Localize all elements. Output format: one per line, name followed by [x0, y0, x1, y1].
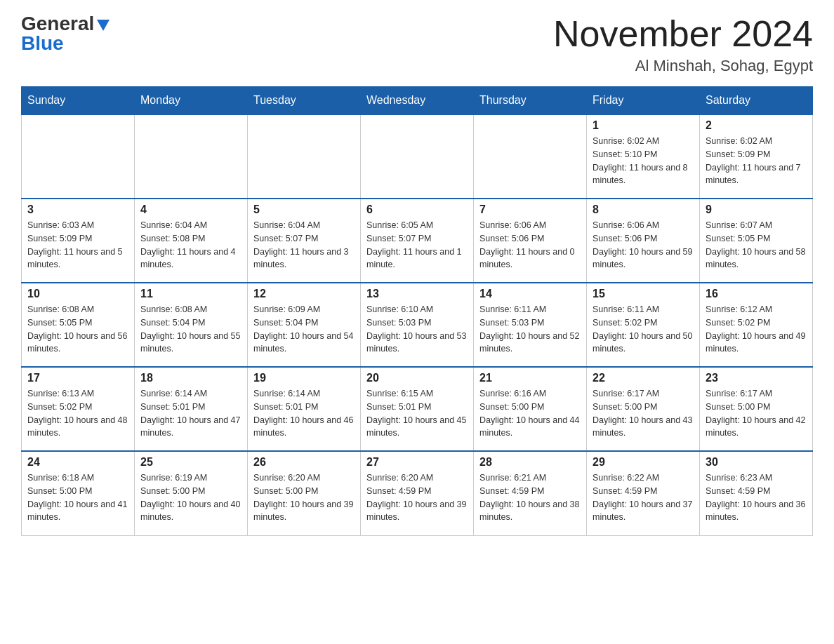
day-info: Sunrise: 6:21 AM Sunset: 4:59 PM Dayligh…: [479, 471, 581, 524]
weekday-header-row: SundayMondayTuesdayWednesdayThursdayFrid…: [22, 87, 813, 115]
day-number: 7: [479, 203, 581, 216]
day-number: 24: [27, 456, 128, 469]
calendar-cell-4-4: 20Sunrise: 6:15 AM Sunset: 5:01 PM Dayli…: [361, 367, 474, 451]
day-info: Sunrise: 6:18 AM Sunset: 5:00 PM Dayligh…: [27, 471, 128, 524]
week-row-5: 24Sunrise: 6:18 AM Sunset: 5:00 PM Dayli…: [22, 451, 813, 535]
day-number: 23: [706, 372, 807, 384]
calendar-cell-3-2: 11Sunrise: 6:08 AM Sunset: 5:04 PM Dayli…: [135, 283, 248, 367]
weekday-header-sunday: Sunday: [22, 87, 135, 115]
calendar-table: SundayMondayTuesdayWednesdayThursdayFrid…: [21, 86, 813, 536]
day-info: Sunrise: 6:07 AM Sunset: 5:05 PM Dayligh…: [706, 219, 807, 271]
calendar-cell-4-6: 22Sunrise: 6:17 AM Sunset: 5:00 PM Dayli…: [587, 367, 700, 451]
svg-marker-0: [97, 20, 110, 31]
day-number: 12: [253, 288, 355, 300]
weekday-header-monday: Monday: [135, 87, 248, 115]
calendar-cell-2-1: 3Sunrise: 6:03 AM Sunset: 5:09 PM Daylig…: [22, 199, 135, 283]
day-info: Sunrise: 6:04 AM Sunset: 5:08 PM Dayligh…: [140, 219, 241, 271]
day-info: Sunrise: 6:02 AM Sunset: 5:10 PM Dayligh…: [593, 135, 694, 187]
day-info: Sunrise: 6:10 AM Sunset: 5:03 PM Dayligh…: [366, 303, 468, 356]
day-info: Sunrise: 6:03 AM Sunset: 5:09 PM Dayligh…: [27, 219, 128, 271]
weekday-header-saturday: Saturday: [700, 87, 813, 115]
day-number: 20: [366, 372, 468, 384]
day-number: 14: [479, 288, 581, 300]
month-year-title: November 2024: [553, 14, 813, 54]
calendar-cell-5-6: 29Sunrise: 6:22 AM Sunset: 4:59 PM Dayli…: [587, 451, 700, 535]
day-info: Sunrise: 6:22 AM Sunset: 4:59 PM Dayligh…: [593, 471, 694, 524]
calendar-cell-2-4: 6Sunrise: 6:05 AM Sunset: 5:07 PM Daylig…: [361, 199, 474, 283]
day-info: Sunrise: 6:02 AM Sunset: 5:09 PM Dayligh…: [706, 135, 807, 187]
calendar-cell-5-3: 26Sunrise: 6:20 AM Sunset: 5:00 PM Dayli…: [248, 451, 361, 535]
day-info: Sunrise: 6:17 AM Sunset: 5:00 PM Dayligh…: [593, 387, 694, 440]
calendar-cell-5-1: 24Sunrise: 6:18 AM Sunset: 5:00 PM Dayli…: [22, 451, 135, 535]
day-number: 2: [706, 119, 807, 132]
calendar-cell-1-5: [474, 114, 587, 199]
calendar-cell-3-5: 14Sunrise: 6:11 AM Sunset: 5:03 PM Dayli…: [474, 283, 587, 367]
day-number: 1: [593, 119, 694, 132]
calendar-cell-1-3: [248, 114, 361, 199]
calendar-cell-3-6: 15Sunrise: 6:11 AM Sunset: 5:02 PM Dayli…: [587, 283, 700, 367]
logo-blue-text: Blue: [21, 34, 64, 53]
day-number: 9: [706, 203, 807, 216]
calendar-cell-4-3: 19Sunrise: 6:14 AM Sunset: 5:01 PM Dayli…: [248, 367, 361, 451]
day-number: 3: [27, 203, 128, 216]
day-info: Sunrise: 6:14 AM Sunset: 5:01 PM Dayligh…: [253, 387, 355, 440]
calendar-cell-2-2: 4Sunrise: 6:04 AM Sunset: 5:08 PM Daylig…: [135, 199, 248, 283]
day-info: Sunrise: 6:19 AM Sunset: 5:00 PM Dayligh…: [140, 471, 241, 524]
day-info: Sunrise: 6:05 AM Sunset: 5:07 PM Dayligh…: [366, 219, 468, 271]
calendar-cell-2-5: 7Sunrise: 6:06 AM Sunset: 5:06 PM Daylig…: [474, 199, 587, 283]
day-number: 18: [140, 372, 241, 384]
day-number: 25: [140, 456, 241, 469]
calendar-cell-5-4: 27Sunrise: 6:20 AM Sunset: 4:59 PM Dayli…: [361, 451, 474, 535]
week-row-1: 1Sunrise: 6:02 AM Sunset: 5:10 PM Daylig…: [22, 114, 813, 199]
calendar-cell-4-7: 23Sunrise: 6:17 AM Sunset: 5:00 PM Dayli…: [700, 367, 813, 451]
week-row-2: 3Sunrise: 6:03 AM Sunset: 5:09 PM Daylig…: [22, 199, 813, 283]
day-info: Sunrise: 6:04 AM Sunset: 5:07 PM Dayligh…: [253, 219, 355, 271]
day-number: 28: [479, 456, 581, 469]
calendar-cell-1-7: 2Sunrise: 6:02 AM Sunset: 5:09 PM Daylig…: [700, 114, 813, 199]
calendar-cell-4-1: 17Sunrise: 6:13 AM Sunset: 5:02 PM Dayli…: [22, 367, 135, 451]
day-info: Sunrise: 6:14 AM Sunset: 5:01 PM Dayligh…: [140, 387, 241, 440]
calendar-cell-5-5: 28Sunrise: 6:21 AM Sunset: 4:59 PM Dayli…: [474, 451, 587, 535]
day-number: 11: [140, 288, 241, 300]
calendar-cell-3-7: 16Sunrise: 6:12 AM Sunset: 5:02 PM Dayli…: [700, 283, 813, 367]
calendar-cell-3-4: 13Sunrise: 6:10 AM Sunset: 5:03 PM Dayli…: [361, 283, 474, 367]
day-info: Sunrise: 6:09 AM Sunset: 5:04 PM Dayligh…: [253, 303, 355, 356]
logo-triangle-icon: [95, 17, 111, 32]
day-number: 21: [479, 372, 581, 384]
day-info: Sunrise: 6:20 AM Sunset: 4:59 PM Dayligh…: [366, 471, 468, 524]
day-number: 10: [27, 288, 128, 300]
weekday-header-thursday: Thursday: [474, 87, 587, 115]
weekday-header-tuesday: Tuesday: [248, 87, 361, 115]
day-number: 27: [366, 456, 468, 469]
day-info: Sunrise: 6:11 AM Sunset: 5:03 PM Dayligh…: [479, 303, 581, 356]
weekday-header-friday: Friday: [587, 87, 700, 115]
calendar-cell-2-7: 9Sunrise: 6:07 AM Sunset: 5:05 PM Daylig…: [700, 199, 813, 283]
weekday-header-wednesday: Wednesday: [361, 87, 474, 115]
day-info: Sunrise: 6:06 AM Sunset: 5:06 PM Dayligh…: [593, 219, 694, 271]
calendar-cell-1-4: [361, 114, 474, 199]
day-number: 22: [593, 372, 694, 384]
calendar-cell-1-6: 1Sunrise: 6:02 AM Sunset: 5:10 PM Daylig…: [587, 114, 700, 199]
day-number: 5: [253, 203, 355, 216]
day-number: 29: [593, 456, 694, 469]
day-number: 15: [593, 288, 694, 300]
day-info: Sunrise: 6:08 AM Sunset: 5:05 PM Dayligh…: [27, 303, 128, 356]
calendar-cell-1-2: [135, 114, 248, 199]
day-info: Sunrise: 6:23 AM Sunset: 4:59 PM Dayligh…: [706, 471, 807, 524]
calendar-cell-5-2: 25Sunrise: 6:19 AM Sunset: 5:00 PM Dayli…: [135, 451, 248, 535]
day-number: 4: [140, 203, 241, 216]
logo-general-text: General: [21, 14, 94, 34]
day-info: Sunrise: 6:20 AM Sunset: 5:00 PM Dayligh…: [253, 471, 355, 524]
day-info: Sunrise: 6:13 AM Sunset: 5:02 PM Dayligh…: [27, 387, 128, 440]
week-row-3: 10Sunrise: 6:08 AM Sunset: 5:05 PM Dayli…: [22, 283, 813, 367]
day-number: 30: [706, 456, 807, 469]
day-info: Sunrise: 6:16 AM Sunset: 5:00 PM Dayligh…: [479, 387, 581, 440]
day-number: 26: [253, 456, 355, 469]
day-info: Sunrise: 6:06 AM Sunset: 5:06 PM Dayligh…: [479, 219, 581, 271]
calendar-cell-4-5: 21Sunrise: 6:16 AM Sunset: 5:00 PM Dayli…: [474, 367, 587, 451]
day-info: Sunrise: 6:15 AM Sunset: 5:01 PM Dayligh…: [366, 387, 468, 440]
day-number: 17: [27, 372, 128, 384]
location-subtitle: Al Minshah, Sohag, Egypt: [553, 57, 813, 75]
day-number: 8: [593, 203, 694, 216]
calendar-cell-2-6: 8Sunrise: 6:06 AM Sunset: 5:06 PM Daylig…: [587, 199, 700, 283]
